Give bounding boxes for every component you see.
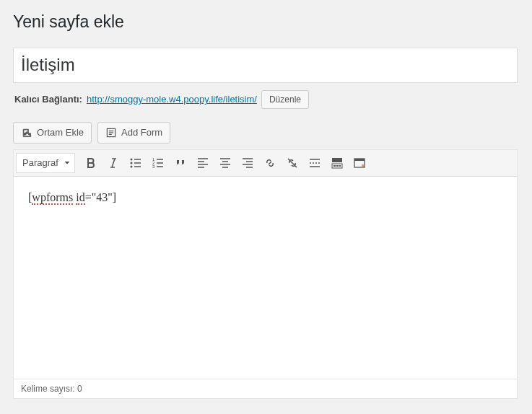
media-icon — [21, 127, 32, 138]
word-count-label: Kelime sayısı: — [21, 384, 75, 394]
add-form-button[interactable]: Add Form — [97, 122, 170, 144]
word-count-value: 0 — [77, 384, 82, 394]
svg-rect-16 — [354, 159, 365, 161]
number-list-button[interactable]: 123 — [147, 152, 169, 174]
svg-rect-12 — [333, 165, 336, 167]
align-left-button[interactable] — [192, 152, 214, 174]
editor-box: Paragraf 123 [wpforms id="43"] Kelime sa… — [13, 149, 518, 399]
toolbar-toggle-icon — [330, 156, 344, 170]
post-title-input[interactable] — [13, 48, 518, 83]
blockquote-button[interactable] — [170, 152, 191, 174]
bold-button[interactable] — [80, 152, 102, 174]
add-media-label: Ortam Ekle — [37, 123, 84, 143]
svg-rect-10 — [332, 158, 342, 162]
permalink-row: Kalıcı Bağlantı: http://smoggy-mole.w4.p… — [13, 83, 518, 109]
svg-point-5 — [131, 162, 133, 164]
bold-icon — [84, 156, 98, 170]
insert-template-button[interactable] — [349, 152, 370, 174]
toolbar-toggle-button[interactable] — [326, 152, 348, 174]
read-more-button[interactable] — [304, 152, 326, 174]
number-list-icon: 123 — [151, 156, 165, 170]
align-right-icon — [240, 156, 255, 170]
svg-rect-14 — [339, 165, 341, 167]
svg-text:3: 3 — [152, 164, 155, 169]
bullet-list-button[interactable] — [125, 152, 147, 174]
permalink-url[interactable]: http://smoggy-mole.w4.poopy.life/iletisi… — [87, 94, 257, 105]
italic-icon — [106, 156, 121, 170]
bullet-list-icon — [128, 156, 143, 170]
permalink-edit-button[interactable]: Düzenle — [261, 90, 309, 109]
unlink-button[interactable] — [282, 152, 303, 174]
editor-content-area[interactable]: [wpforms id="43"] — [14, 177, 517, 379]
page-title: Yeni sayfa ekle — [13, 6, 518, 35]
add-form-label: Add Form — [121, 123, 162, 143]
svg-rect-13 — [336, 165, 339, 167]
svg-point-4 — [131, 158, 133, 160]
align-center-icon — [218, 156, 232, 170]
align-left-icon — [196, 156, 210, 170]
svg-rect-17 — [362, 164, 364, 167]
unlink-icon — [285, 156, 300, 170]
read-more-icon — [308, 156, 322, 170]
link-button[interactable] — [259, 152, 281, 174]
link-icon — [263, 156, 277, 170]
align-center-button[interactable] — [214, 152, 236, 174]
italic-button[interactable] — [103, 152, 124, 174]
editor-toolbar: Paragraf 123 — [14, 150, 517, 177]
template-icon — [352, 156, 367, 170]
editor-text: [wpforms id="43"] — [28, 191, 116, 203]
editor-footer: Kelime sayısı: 0 — [14, 379, 517, 398]
add-media-button[interactable]: Ortam Ekle — [13, 122, 92, 144]
svg-point-6 — [131, 165, 133, 167]
align-right-button[interactable] — [237, 152, 258, 174]
format-select[interactable]: Paragraf — [16, 153, 75, 173]
permalink-label: Kalıcı Bağlantı: — [14, 94, 82, 105]
form-icon — [105, 127, 117, 138]
quote-icon — [173, 156, 188, 170]
